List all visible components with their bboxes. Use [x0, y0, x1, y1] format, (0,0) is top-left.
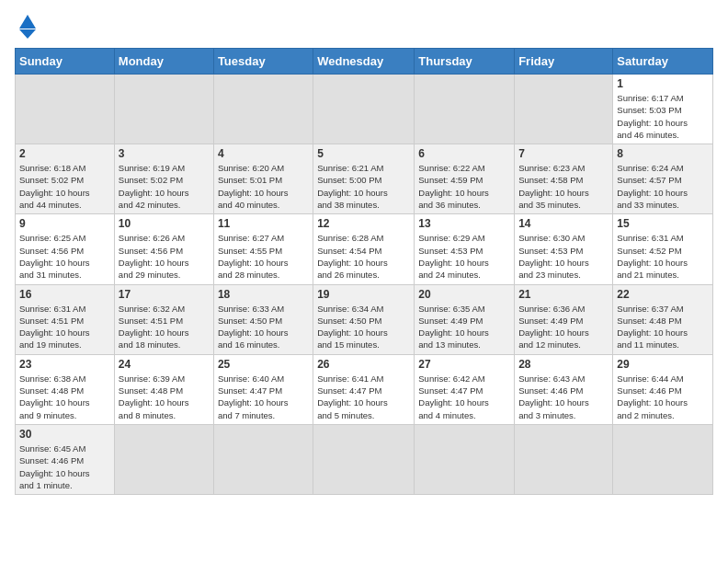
logo-triangle-top [19, 15, 36, 29]
calendar-header-row: SundayMondayTuesdayWednesdayThursdayFrid… [16, 49, 713, 75]
calendar-week-2: 2Sunrise: 6:18 AM Sunset: 5:02 PM Daylig… [16, 144, 713, 214]
day-number: 23 [19, 358, 110, 371]
calendar-cell [415, 75, 515, 144]
day-number: 14 [518, 217, 609, 230]
day-number: 9 [19, 217, 110, 230]
calendar-cell: 10Sunrise: 6:26 AM Sunset: 4:56 PM Dayli… [114, 214, 213, 284]
calendar-cell: 9Sunrise: 6:25 AM Sunset: 4:56 PM Daylig… [16, 214, 115, 284]
header-thursday: Thursday [415, 49, 515, 75]
day-info: Sunrise: 6:27 AM Sunset: 4:55 PM Dayligh… [218, 232, 309, 281]
calendar-cell: 8Sunrise: 6:24 AM Sunset: 4:57 PM Daylig… [613, 144, 713, 214]
day-info: Sunrise: 6:21 AM Sunset: 5:00 PM Dayligh… [317, 162, 410, 211]
calendar-cell [114, 75, 213, 144]
day-number: 22 [617, 288, 709, 301]
day-info: Sunrise: 6:23 AM Sunset: 4:58 PM Dayligh… [518, 162, 609, 211]
day-info: Sunrise: 6:19 AM Sunset: 5:02 PM Dayligh… [119, 162, 210, 211]
logo-area [15, 15, 40, 39]
calendar-week-5: 23Sunrise: 6:38 AM Sunset: 4:48 PM Dayli… [16, 354, 713, 424]
calendar-cell: 3Sunrise: 6:19 AM Sunset: 5:02 PM Daylig… [114, 144, 213, 214]
calendar-cell [114, 424, 213, 494]
calendar-week-4: 16Sunrise: 6:31 AM Sunset: 4:51 PM Dayli… [16, 284, 713, 354]
day-info: Sunrise: 6:20 AM Sunset: 5:01 PM Dayligh… [218, 162, 309, 211]
day-info: Sunrise: 6:35 AM Sunset: 4:49 PM Dayligh… [418, 303, 510, 351]
header-friday: Friday [515, 49, 613, 75]
calendar-cell: 2Sunrise: 6:18 AM Sunset: 5:02 PM Daylig… [16, 144, 115, 214]
day-info: Sunrise: 6:34 AM Sunset: 4:50 PM Dayligh… [317, 303, 410, 351]
calendar-cell: 15Sunrise: 6:31 AM Sunset: 4:52 PM Dayli… [613, 214, 713, 284]
day-number: 11 [218, 217, 309, 230]
day-info: Sunrise: 6:32 AM Sunset: 4:51 PM Dayligh… [119, 303, 210, 351]
day-number: 30 [19, 428, 110, 441]
day-number: 20 [418, 288, 510, 301]
header-wednesday: Wednesday [313, 49, 415, 75]
day-info: Sunrise: 6:38 AM Sunset: 4:48 PM Dayligh… [19, 373, 110, 421]
header-sunday: Sunday [16, 49, 115, 75]
calendar-cell: 5Sunrise: 6:21 AM Sunset: 5:00 PM Daylig… [313, 144, 415, 214]
day-info: Sunrise: 6:29 AM Sunset: 4:53 PM Dayligh… [418, 232, 510, 281]
calendar-cell: 28Sunrise: 6:43 AM Sunset: 4:46 PM Dayli… [515, 354, 613, 424]
calendar-cell: 18Sunrise: 6:33 AM Sunset: 4:50 PM Dayli… [213, 284, 313, 354]
day-number: 28 [518, 358, 609, 371]
calendar-cell: 27Sunrise: 6:42 AM Sunset: 4:47 PM Dayli… [415, 354, 515, 424]
day-number: 10 [119, 217, 210, 230]
day-info: Sunrise: 6:18 AM Sunset: 5:02 PM Dayligh… [19, 162, 110, 211]
day-number: 13 [418, 217, 510, 230]
calendar-week-1: 1Sunrise: 6:17 AM Sunset: 5:03 PM Daylig… [16, 75, 713, 144]
calendar-cell: 23Sunrise: 6:38 AM Sunset: 4:48 PM Dayli… [16, 354, 115, 424]
calendar-cell: 13Sunrise: 6:29 AM Sunset: 4:53 PM Dayli… [415, 214, 515, 284]
day-info: Sunrise: 6:26 AM Sunset: 4:56 PM Dayligh… [119, 232, 210, 281]
calendar-cell [213, 75, 313, 144]
day-number: 29 [617, 358, 709, 371]
day-number: 17 [119, 288, 210, 301]
calendar-cell: 25Sunrise: 6:40 AM Sunset: 4:47 PM Dayli… [213, 354, 313, 424]
day-info: Sunrise: 6:44 AM Sunset: 4:46 PM Dayligh… [617, 373, 709, 421]
calendar-cell: 30Sunrise: 6:45 AM Sunset: 4:46 PM Dayli… [16, 424, 115, 494]
day-number: 16 [19, 288, 110, 301]
logo [15, 15, 40, 39]
calendar-cell: 4Sunrise: 6:20 AM Sunset: 5:01 PM Daylig… [213, 144, 313, 214]
calendar-cell [313, 75, 415, 144]
day-info: Sunrise: 6:42 AM Sunset: 4:47 PM Dayligh… [418, 373, 510, 421]
day-info: Sunrise: 6:31 AM Sunset: 4:51 PM Dayligh… [19, 303, 110, 351]
day-number: 26 [317, 358, 410, 371]
header-tuesday: Tuesday [213, 49, 313, 75]
day-info: Sunrise: 6:17 AM Sunset: 5:03 PM Dayligh… [617, 92, 709, 141]
calendar-cell: 14Sunrise: 6:30 AM Sunset: 4:53 PM Dayli… [515, 214, 613, 284]
day-info: Sunrise: 6:25 AM Sunset: 4:56 PM Dayligh… [19, 232, 110, 281]
day-info: Sunrise: 6:45 AM Sunset: 4:46 PM Dayligh… [19, 442, 110, 491]
day-number: 25 [218, 358, 309, 371]
calendar-cell: 16Sunrise: 6:31 AM Sunset: 4:51 PM Dayli… [16, 284, 115, 354]
day-number: 7 [518, 147, 609, 160]
calendar-cell [613, 424, 713, 494]
calendar-cell [313, 424, 415, 494]
calendar-cell: 26Sunrise: 6:41 AM Sunset: 4:47 PM Dayli… [313, 354, 415, 424]
header-monday: Monday [114, 49, 213, 75]
day-info: Sunrise: 6:43 AM Sunset: 4:46 PM Dayligh… [518, 373, 609, 421]
day-number: 4 [218, 147, 309, 160]
day-number: 5 [317, 147, 410, 160]
calendar-cell: 21Sunrise: 6:36 AM Sunset: 4:49 PM Dayli… [515, 284, 613, 354]
calendar-cell: 24Sunrise: 6:39 AM Sunset: 4:48 PM Dayli… [114, 354, 213, 424]
calendar-cell [16, 75, 115, 144]
day-number: 18 [218, 288, 309, 301]
calendar-cell [213, 424, 313, 494]
calendar-week-3: 9Sunrise: 6:25 AM Sunset: 4:56 PM Daylig… [16, 214, 713, 284]
calendar-cell [515, 75, 613, 144]
day-info: Sunrise: 6:37 AM Sunset: 4:48 PM Dayligh… [617, 303, 709, 351]
day-number: 19 [317, 288, 410, 301]
calendar-cell: 6Sunrise: 6:22 AM Sunset: 4:59 PM Daylig… [415, 144, 515, 214]
day-number: 21 [518, 288, 609, 301]
day-number: 24 [119, 358, 210, 371]
calendar-cell: 12Sunrise: 6:28 AM Sunset: 4:54 PM Dayli… [313, 214, 415, 284]
calendar-cell: 20Sunrise: 6:35 AM Sunset: 4:49 PM Dayli… [415, 284, 515, 354]
logo-triangle-bottom [19, 29, 36, 39]
day-info: Sunrise: 6:36 AM Sunset: 4:49 PM Dayligh… [518, 303, 609, 351]
calendar-week-6: 30Sunrise: 6:45 AM Sunset: 4:46 PM Dayli… [16, 424, 713, 494]
calendar-cell [415, 424, 515, 494]
calendar-cell: 22Sunrise: 6:37 AM Sunset: 4:48 PM Dayli… [613, 284, 713, 354]
header-saturday: Saturday [613, 49, 713, 75]
day-number: 8 [617, 147, 709, 160]
calendar-cell: 29Sunrise: 6:44 AM Sunset: 4:46 PM Dayli… [613, 354, 713, 424]
day-number: 3 [119, 147, 210, 160]
calendar-cell [515, 424, 613, 494]
